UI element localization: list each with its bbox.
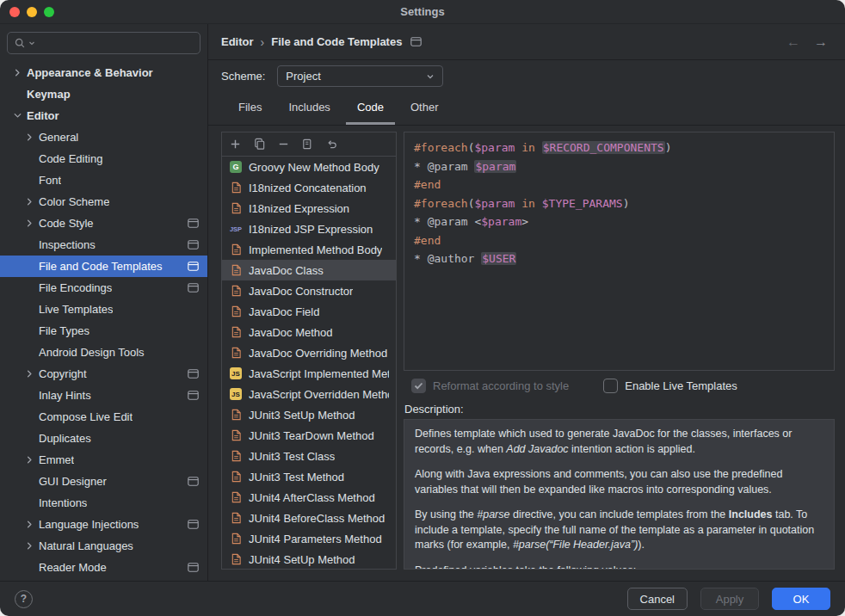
chevron-right-icon[interactable] bbox=[23, 453, 39, 467]
back-arrow-button[interactable]: ← bbox=[786, 34, 800, 50]
template-item-i18nized-expression[interactable]: I18nized Expression bbox=[222, 198, 396, 219]
sidebar-item-android-design-tools[interactable]: Android Design Tools bbox=[0, 342, 207, 363]
tab-other[interactable]: Other bbox=[399, 92, 450, 125]
reformat-checkbox[interactable]: Reformat according to style bbox=[411, 379, 569, 393]
template-item-junit3-test-method[interactable]: JUnit3 Test Method bbox=[222, 466, 396, 487]
template-item-junit4-parameters-method[interactable]: JUnit4 Parameters Method bbox=[222, 528, 396, 549]
description-paragraph: Along with Java expressions and comments… bbox=[415, 467, 823, 497]
titlebar[interactable]: Settings bbox=[0, 0, 845, 24]
chevron-right-icon[interactable] bbox=[23, 131, 39, 145]
sidebar-item-general[interactable]: General bbox=[0, 126, 207, 148]
tab-code[interactable]: Code bbox=[346, 92, 395, 125]
sidebar-item-editor[interactable]: Editor bbox=[0, 105, 207, 126]
apply-button[interactable]: Apply bbox=[700, 588, 759, 610]
chevron-spacer bbox=[23, 303, 39, 317]
sidebar-item-label: Live Templates bbox=[39, 303, 113, 316]
sidebar-item-duplicates[interactable]: Duplicates bbox=[0, 428, 207, 449]
sidebar-item-appearance-behavior[interactable]: Appearance & Behavior bbox=[0, 62, 207, 83]
chevron-down-icon[interactable] bbox=[11, 109, 27, 123]
template-item-groovy-new-method-body[interactable]: GGroovy New Method Body bbox=[222, 157, 396, 177]
close-window-button[interactable] bbox=[9, 7, 20, 17]
copy-icon[interactable] bbox=[252, 137, 267, 151]
sidebar-item-file-types[interactable]: File Types bbox=[0, 320, 207, 342]
tab-includes[interactable]: Includes bbox=[277, 92, 341, 125]
tab-files[interactable]: Files bbox=[227, 92, 273, 125]
template-file-icon bbox=[229, 408, 243, 422]
template-item-javadoc-constructor[interactable]: JavaDoc Constructor bbox=[222, 280, 396, 301]
template-item-junit3-test-class[interactable]: JUnit3 Test Class bbox=[222, 446, 396, 466]
sidebar-item-emmet[interactable]: Emmet bbox=[0, 449, 207, 471]
forward-arrow-button[interactable]: → bbox=[814, 34, 828, 50]
add-icon[interactable] bbox=[228, 137, 243, 151]
template-item-i18nized-concatenation[interactable]: I18nized Concatenation bbox=[222, 177, 396, 198]
enable-live-templates-checkbox[interactable]: Enable Live Templates bbox=[603, 379, 737, 393]
sidebar-item-natural-languages[interactable]: Natural Languages bbox=[0, 535, 207, 557]
scheme-selected-value: Project bbox=[286, 70, 421, 83]
chevron-right-icon[interactable] bbox=[23, 367, 39, 381]
sidebar-item-intentions[interactable]: Intentions bbox=[0, 492, 207, 514]
template-item-implemented-method-body[interactable]: Implemented Method Body bbox=[222, 239, 396, 260]
duplicate-icon[interactable] bbox=[300, 137, 315, 151]
template-editor[interactable]: #foreach($param in $RECORD_COMPONENTS) *… bbox=[404, 132, 835, 371]
sidebar-item-gui-designer[interactable]: GUI Designer bbox=[0, 471, 207, 492]
sidebar-item-label: Color Scheme bbox=[39, 195, 109, 208]
sidebar-item-keymap[interactable]: Keymap bbox=[0, 83, 207, 105]
code-line: #foreach($param in $RECORD_COMPONENTS) bbox=[414, 139, 824, 157]
chevron-right-icon[interactable] bbox=[23, 518, 39, 532]
sidebar-item-copyright[interactable]: Copyright bbox=[0, 363, 207, 385]
cancel-button[interactable]: Cancel bbox=[627, 588, 688, 610]
sidebar-item-font[interactable]: Font bbox=[0, 169, 207, 191]
sidebar-item-label: File Types bbox=[39, 324, 89, 337]
sidebar-item-label: Android Design Tools bbox=[39, 346, 145, 359]
template-item-junit3-teardown-method[interactable]: JUnit3 TearDown Method bbox=[222, 425, 396, 446]
sidebar-item-language-injections[interactable]: Language Injections bbox=[0, 514, 207, 535]
template-item-junit3-setup-method[interactable]: JUnit3 SetUp Method bbox=[222, 404, 396, 425]
template-item-javadoc-class[interactable]: JavaDoc Class bbox=[222, 260, 396, 280]
sidebar-item-file-encodings[interactable]: File Encodings bbox=[0, 277, 207, 299]
template-item-javadoc-overriding-method[interactable]: JavaDoc Overriding Method bbox=[222, 342, 396, 363]
template-item-junit4-beforeclass-method[interactable]: JUnit4 BeforeClass Method bbox=[222, 508, 396, 528]
remove-icon[interactable] bbox=[276, 137, 291, 151]
template-item-junit4-setup-method[interactable]: JUnit4 SetUp Method bbox=[222, 549, 396, 569]
breadcrumb-root[interactable]: Editor bbox=[221, 35, 254, 48]
chevron-right-icon[interactable] bbox=[23, 217, 39, 231]
sidebar-item-inlay-hints[interactable]: Inlay Hints bbox=[0, 385, 207, 406]
chevron-spacer bbox=[23, 346, 39, 360]
sidebar-item-label: Emmet bbox=[39, 453, 74, 466]
sidebar-item-color-scheme[interactable]: Color Scheme bbox=[0, 191, 207, 213]
template-item-i18nized-jsp-expression[interactable]: JSPI18nized JSP Expression bbox=[222, 219, 396, 239]
template-item-junit4-afterclass-method[interactable]: JUnit4 AfterClass Method bbox=[222, 487, 396, 508]
sidebar-item-inspections[interactable]: Inspections bbox=[0, 234, 207, 256]
screen-badge-icon bbox=[188, 520, 199, 529]
sidebar-item-code-style[interactable]: Code Style bbox=[0, 213, 207, 234]
template-item-label: JUnit4 BeforeClass Method bbox=[249, 512, 385, 525]
description-box[interactable]: Defines template which used to generate … bbox=[404, 419, 835, 570]
revert-icon[interactable] bbox=[324, 137, 339, 151]
sidebar-item-compose-live-edit[interactable]: Compose Live Edit bbox=[0, 406, 207, 428]
scheme-select[interactable]: Project bbox=[277, 65, 443, 87]
sidebar-item-file-and-code-templates[interactable]: File and Code Templates bbox=[0, 256, 207, 277]
help-button[interactable]: ? bbox=[15, 590, 33, 608]
settings-sidebar: Appearance & BehaviorKeymapEditorGeneral… bbox=[0, 24, 208, 581]
chevron-right-icon[interactable] bbox=[23, 195, 39, 209]
jsp-icon: JSP bbox=[229, 222, 243, 236]
zoom-window-button[interactable] bbox=[44, 7, 54, 17]
template-item-label: JavaScript Overridden Metho bbox=[249, 388, 389, 401]
sidebar-item-label: General bbox=[39, 131, 78, 144]
minimize-window-button[interactable] bbox=[27, 7, 37, 17]
description-paragraph: By using the #parse directive, you can i… bbox=[415, 508, 823, 553]
chevron-right-icon[interactable] bbox=[23, 539, 39, 553]
sidebar-item-code-editing[interactable]: Code Editing bbox=[0, 148, 207, 169]
sidebar-item-reader-mode[interactable]: Reader Mode bbox=[0, 557, 207, 578]
settings-search-input[interactable] bbox=[7, 32, 200, 54]
template-item-javascript-overridden-metho[interactable]: JSJavaScript Overridden Metho bbox=[222, 384, 396, 404]
template-file-icon bbox=[229, 428, 243, 442]
template-item-label: JavaDoc Method bbox=[249, 326, 333, 339]
template-item-javadoc-field[interactable]: JavaDoc Field bbox=[222, 301, 396, 322]
code-line: * @param $param bbox=[414, 157, 824, 176]
chevron-right-icon[interactable] bbox=[11, 66, 27, 80]
template-item-javadoc-method[interactable]: JavaDoc Method bbox=[222, 322, 396, 342]
ok-button[interactable]: OK bbox=[772, 588, 830, 610]
sidebar-item-live-templates[interactable]: Live Templates bbox=[0, 299, 207, 320]
template-item-javascript-implemented-met[interactable]: JSJavaScript Implemented Met bbox=[222, 363, 396, 384]
